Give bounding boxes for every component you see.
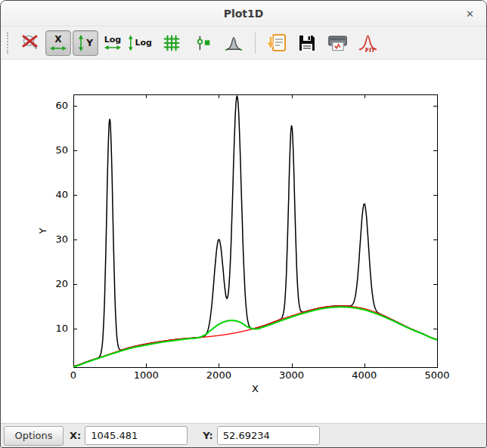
points-marker-icon [194, 34, 212, 52]
save-button[interactable] [294, 30, 320, 56]
copy-to-clipboard-button[interactable] [264, 30, 290, 56]
titlebar[interactable]: Plot1D ✕ [1, 1, 486, 26]
peak-search-button[interactable] [221, 30, 247, 56]
data-curve [73, 96, 437, 366]
zoom-reset-button[interactable] [18, 30, 44, 56]
plot-canvas[interactable]: 010002000300040005000102030405060XY [1, 60, 486, 423]
axes-frame [73, 94, 437, 367]
y-log-button[interactable]: Log [127, 30, 153, 56]
save-floppy-icon [298, 34, 316, 52]
print-button[interactable] [324, 30, 350, 56]
x-tick-label: 4000 [352, 369, 377, 381]
x-autoscale-label: X [54, 35, 61, 44]
toolbar-separator [255, 32, 256, 54]
y-coordinate-label: Y: [203, 430, 212, 441]
plot-figure: 010002000300040005000102030405060XY [1, 60, 486, 423]
x-tick-label: 5000 [424, 369, 449, 381]
statusbar: Options X: Y: [1, 423, 486, 447]
x-autoscale-button[interactable]: X [45, 30, 71, 56]
fit-icon-label: FIT [364, 47, 375, 53]
x-coordinate-field[interactable] [85, 426, 188, 445]
vertical-arrow-icon [128, 35, 134, 51]
fit-button[interactable]: FIT [355, 30, 380, 56]
toolbar: X Y Log [1, 26, 486, 60]
y-tick-label: 10 [55, 323, 68, 334]
y-tick-label: 60 [55, 100, 68, 111]
y-autoscale-button[interactable]: Y [73, 30, 98, 56]
toolbar-handle[interactable] [7, 32, 11, 54]
print-preview-icon [327, 34, 348, 52]
x-log-button[interactable]: Log [100, 30, 126, 56]
y-log-label: Log [135, 39, 152, 47]
horizontal-arrow-icon [104, 45, 121, 51]
clipboard-copy-icon [267, 33, 287, 53]
close-button[interactable]: ✕ [464, 7, 476, 20]
window-title: Plot1D [224, 8, 264, 20]
strip-background-curve [73, 306, 437, 366]
y-axis-label: Y [37, 227, 48, 234]
zoom-reset-icon [21, 33, 41, 53]
y-coordinate-field[interactable] [217, 426, 320, 445]
fit-icon: FIT [358, 33, 378, 53]
plot1d-window: Plot1D ✕ X [0, 0, 487, 448]
y-autoscale-label: Y [86, 39, 93, 48]
x-tick-label: 1000 [134, 369, 159, 381]
y-tick-label: 40 [55, 189, 68, 200]
x-log-label: Log [104, 36, 121, 44]
y-tick-label: 20 [55, 278, 68, 289]
y-tick-label: 30 [55, 233, 68, 245]
toggle-points-button[interactable] [191, 30, 216, 56]
x-tick-label: 3000 [279, 369, 304, 381]
y-tick-label: 50 [55, 144, 68, 156]
horizontal-arrow-icon [50, 45, 67, 51]
peak-icon [225, 34, 243, 52]
x-axis-label: X [252, 383, 259, 394]
grid-icon [163, 34, 181, 52]
x-tick-label: 2000 [206, 369, 231, 381]
grid-button[interactable] [159, 30, 185, 56]
fit-background-curve [73, 307, 437, 366]
vertical-arrow-icon [78, 35, 84, 51]
x-coordinate-label: X: [70, 430, 81, 441]
options-button[interactable]: Options [4, 426, 64, 446]
x-tick-label: 0 [70, 369, 76, 381]
